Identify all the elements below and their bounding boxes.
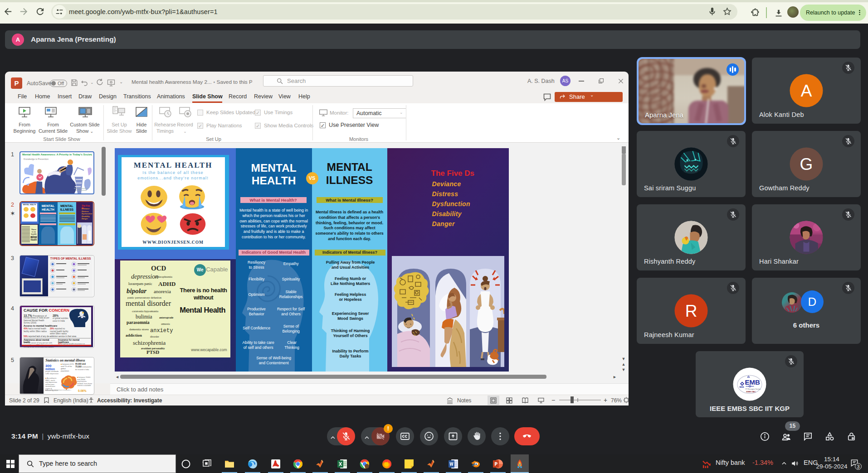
svg-text:anxiety: anxiety — [150, 328, 173, 334]
svg-text:catatonia hypomania: catatonia hypomania — [132, 309, 159, 313]
svg-text:dementia stress: dementia stress — [129, 328, 149, 331]
svg-text:anterograde: anterograde — [159, 316, 174, 319]
svg-text:ADHD: ADHD — [158, 280, 176, 287]
svg-text:IIT Kharagpur Section: IIT Kharagpur Section — [746, 388, 761, 390]
svg-text:anorexia: anorexia — [154, 289, 171, 294]
svg-text:EMBS SBC: EMBS SBC — [746, 391, 756, 393]
svg-text:OCD: OCD — [151, 265, 166, 272]
svg-text:lorazepam panic: lorazepam panic — [128, 282, 152, 286]
svg-text:PTSD: PTSD — [146, 349, 159, 355]
svg-text:bipolar: bipolar — [127, 287, 146, 294]
svg-text:addiction: addiction — [126, 333, 142, 338]
svg-text:disorder: disorder — [150, 335, 159, 338]
svg-text:panic persecutory delusion: panic persecutory delusion — [127, 296, 162, 299]
svg-text:amnesia: amnesia — [161, 323, 170, 325]
svg-text:parasomnia: parasomnia — [127, 320, 150, 325]
svg-text:mental disorder: mental disorder — [126, 299, 171, 307]
svg-text:schizophrenia: schizophrenia — [133, 339, 166, 346]
svg-text:schizophrenia: schizophrenia — [155, 275, 173, 279]
svg-text:IEEE: IEEE — [740, 386, 744, 388]
svg-text:EMB: EMB — [745, 378, 761, 386]
svg-text:bulimia: bulimia — [136, 314, 152, 320]
